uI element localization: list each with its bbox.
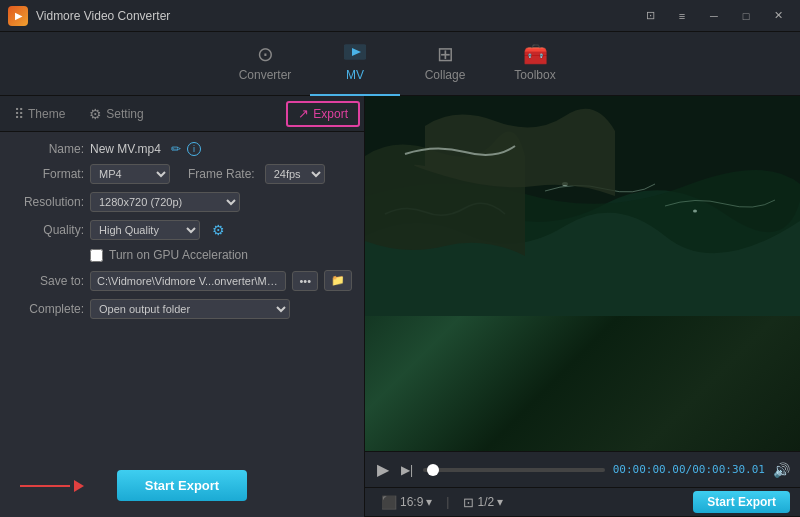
saveto-folder-button[interactable]: 📁 (324, 270, 352, 291)
gpu-checkbox[interactable] (90, 249, 103, 262)
setting-icon: ⚙ (89, 106, 102, 122)
tab-mv[interactable]: MV (310, 32, 400, 96)
theme-tab[interactable]: ⠿ Theme (4, 96, 75, 132)
export-icon: ↗ (298, 106, 309, 121)
ratio-separator: | (446, 495, 449, 509)
name-label: Name: (12, 142, 84, 156)
name-row: Name: New MV.mp4 ✏ i (12, 142, 352, 156)
info-icon[interactable]: i (187, 142, 201, 156)
tab-converter[interactable]: ⊙ Converter (220, 32, 310, 96)
maximize-button[interactable]: □ (732, 7, 760, 25)
window-controls: ⊡ ≡ ─ □ ✕ (636, 7, 792, 25)
export-tab-label: Export (313, 107, 348, 121)
resolution-label: Resolution: (12, 195, 84, 209)
tab-toolbox[interactable]: 🧰 Toolbox (490, 32, 580, 96)
quality-label: Quality: (12, 223, 84, 237)
complete-select[interactable]: Open output folder Do nothing (90, 299, 290, 319)
arrow-line (20, 485, 70, 487)
start-export-area: Start Export (0, 470, 364, 501)
complete-label: Complete: (12, 302, 84, 316)
name-edit-icon[interactable]: ✏ (171, 142, 181, 156)
main-content: ⠿ Theme ⚙ Setting ↗ Export Name: New MV.… (0, 96, 800, 517)
export-tab-button[interactable]: ↗ Export (286, 101, 360, 127)
arrow-head (74, 480, 84, 492)
toolbox-label: Toolbox (514, 68, 555, 82)
setting-tab[interactable]: ⚙ Setting (79, 96, 153, 132)
progress-bar[interactable] (423, 468, 605, 472)
progress-dot (427, 464, 439, 476)
play-button[interactable]: ▶ (375, 458, 391, 481)
start-export-button[interactable]: Start Export (117, 470, 247, 501)
left-tabs: ⠿ Theme ⚙ Setting ↗ Export (0, 96, 364, 132)
quality-select[interactable]: High Quality Standard Quality (90, 220, 200, 240)
saveto-row: Save to: C:\Vidmore\Vidmore V...onverter… (12, 270, 352, 291)
svg-point-4 (693, 210, 697, 213)
quality-row: Quality: High Quality Standard Quality ⚙ (12, 220, 352, 240)
left-panel: ⠿ Theme ⚙ Setting ↗ Export Name: New MV.… (0, 96, 365, 517)
chat-button[interactable]: ⊡ (636, 7, 664, 25)
collage-icon: ⊞ (437, 44, 454, 64)
format-select[interactable]: MP4 MOV MKV AVI (90, 164, 170, 184)
playback-bar: ▶ ▶| 00:00:00.00/00:00:30.01 🔊 (365, 451, 800, 487)
ratio-icon: ⬛ (381, 495, 397, 510)
gpu-label: Turn on GPU Acceleration (109, 248, 248, 262)
minimize-button[interactable]: ─ (700, 7, 728, 25)
gpu-row: Turn on GPU Acceleration (90, 248, 352, 262)
converter-icon: ⊙ (257, 44, 274, 64)
framerate-select[interactable]: 24fps 30fps 60fps (265, 164, 325, 184)
zoom-label: 1/2 (477, 495, 494, 509)
ratio-button[interactable]: ⬛ 16:9 ▾ (375, 493, 438, 512)
framerate-label: Frame Rate: (188, 167, 255, 181)
collage-label: Collage (425, 68, 466, 82)
ratio-chevron: ▾ (426, 495, 432, 509)
saveto-label: Save to: (12, 274, 84, 288)
export-settings: Name: New MV.mp4 ✏ i Format: MP4 MOV MKV… (0, 132, 364, 454)
close-button[interactable]: ✕ (764, 7, 792, 25)
zoom-icon: ⊡ (463, 495, 474, 510)
title-bar: ▶ Vidmore Video Converter ⊡ ≡ ─ □ ✕ (0, 0, 800, 32)
resolution-select[interactable]: 1280x720 (720p) 1920x1080 (1080p) (90, 192, 240, 212)
right-panel: ▶ ▶| 00:00:00.00/00:00:30.01 🔊 ⬛ 16:9 ▾ … (365, 96, 800, 517)
name-value: New MV.mp4 (90, 142, 161, 156)
resolution-row: Resolution: 1280x720 (720p) 1920x1080 (1… (12, 192, 352, 212)
mv-label: MV (346, 68, 364, 82)
app-title: Vidmore Video Converter (36, 9, 636, 23)
time-display: 00:00:00.00/00:00:30.01 (613, 463, 765, 476)
wave-overlay (365, 96, 800, 316)
format-label: Format: (12, 167, 84, 181)
step-forward-button[interactable]: ▶| (399, 461, 415, 479)
theme-label: Theme (28, 107, 65, 121)
format-row: Format: MP4 MOV MKV AVI Frame Rate: 24fp… (12, 164, 352, 184)
nav-tabs: ⊙ Converter MV ⊞ Collage 🧰 Toolbox (0, 32, 800, 96)
volume-button[interactable]: 🔊 (773, 462, 790, 478)
tab-collage[interactable]: ⊞ Collage (400, 32, 490, 96)
quality-gear-icon[interactable]: ⚙ (212, 222, 225, 238)
setting-label: Setting (106, 107, 143, 121)
arrow-indicator (20, 480, 84, 492)
theme-icon: ⠿ (14, 106, 24, 122)
converter-label: Converter (239, 68, 292, 82)
app-icon: ▶ (8, 6, 28, 26)
complete-row: Complete: Open output folder Do nothing (12, 299, 352, 319)
zoom-button[interactable]: ⊡ 1/2 ▾ (457, 493, 509, 512)
right-export-button[interactable]: Start Export (693, 491, 790, 513)
toolbox-icon: 🧰 (523, 44, 548, 64)
menu-button[interactable]: ≡ (668, 7, 696, 25)
saveto-more-button[interactable]: ••• (292, 271, 318, 291)
ratio-label: 16:9 (400, 495, 423, 509)
zoom-chevron: ▾ (497, 495, 503, 509)
video-preview (365, 96, 800, 451)
mv-icon (344, 43, 366, 64)
ratio-bar: ⬛ 16:9 ▾ | ⊡ 1/2 ▾ Start Export (365, 487, 800, 517)
saveto-path: C:\Vidmore\Vidmore V...onverter\MV Expor… (90, 271, 286, 291)
